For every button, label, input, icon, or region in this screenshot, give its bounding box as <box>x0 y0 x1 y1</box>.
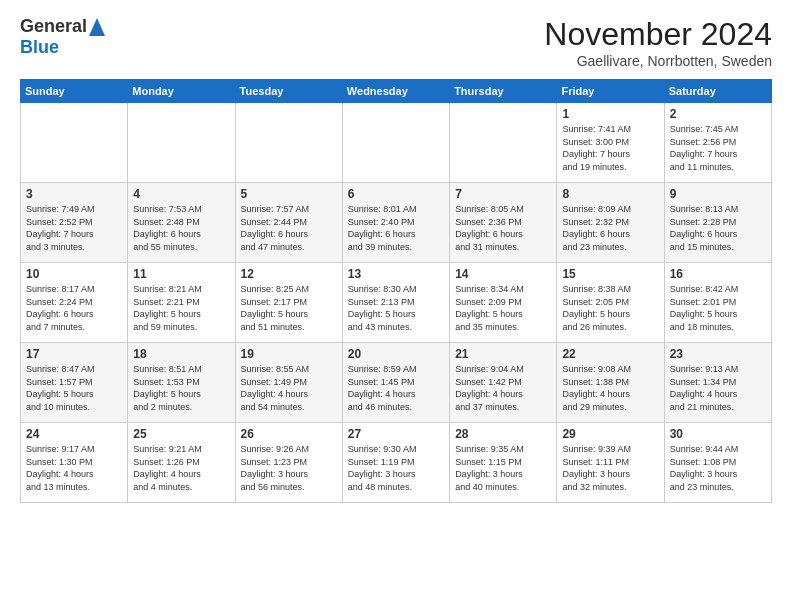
calendar-cell: 13Sunrise: 8:30 AM Sunset: 2:13 PM Dayli… <box>342 263 449 343</box>
day-info: Sunrise: 8:01 AM Sunset: 2:40 PM Dayligh… <box>348 203 444 253</box>
day-number: 25 <box>133 427 229 441</box>
col-header-monday: Monday <box>128 80 235 103</box>
col-header-saturday: Saturday <box>664 80 771 103</box>
calendar-cell: 12Sunrise: 8:25 AM Sunset: 2:17 PM Dayli… <box>235 263 342 343</box>
calendar-cell: 22Sunrise: 9:08 AM Sunset: 1:38 PM Dayli… <box>557 343 664 423</box>
day-info: Sunrise: 8:42 AM Sunset: 2:01 PM Dayligh… <box>670 283 766 333</box>
logo-general-text: General <box>20 16 87 37</box>
day-number: 11 <box>133 267 229 281</box>
day-info: Sunrise: 9:21 AM Sunset: 1:26 PM Dayligh… <box>133 443 229 493</box>
day-info: Sunrise: 8:09 AM Sunset: 2:32 PM Dayligh… <box>562 203 658 253</box>
day-info: Sunrise: 8:05 AM Sunset: 2:36 PM Dayligh… <box>455 203 551 253</box>
calendar-cell: 18Sunrise: 8:51 AM Sunset: 1:53 PM Dayli… <box>128 343 235 423</box>
day-info: Sunrise: 8:34 AM Sunset: 2:09 PM Dayligh… <box>455 283 551 333</box>
calendar-cell: 9Sunrise: 8:13 AM Sunset: 2:28 PM Daylig… <box>664 183 771 263</box>
day-info: Sunrise: 8:30 AM Sunset: 2:13 PM Dayligh… <box>348 283 444 333</box>
calendar-cell: 2Sunrise: 7:45 AM Sunset: 2:56 PM Daylig… <box>664 103 771 183</box>
day-number: 12 <box>241 267 337 281</box>
day-number: 14 <box>455 267 551 281</box>
calendar-week-1: 1Sunrise: 7:41 AM Sunset: 3:00 PM Daylig… <box>21 103 772 183</box>
day-info: Sunrise: 9:26 AM Sunset: 1:23 PM Dayligh… <box>241 443 337 493</box>
calendar-cell: 11Sunrise: 8:21 AM Sunset: 2:21 PM Dayli… <box>128 263 235 343</box>
day-number: 29 <box>562 427 658 441</box>
day-number: 1 <box>562 107 658 121</box>
day-number: 6 <box>348 187 444 201</box>
col-header-wednesday: Wednesday <box>342 80 449 103</box>
day-info: Sunrise: 8:51 AM Sunset: 1:53 PM Dayligh… <box>133 363 229 413</box>
day-number: 10 <box>26 267 122 281</box>
day-number: 22 <box>562 347 658 361</box>
calendar-cell: 6Sunrise: 8:01 AM Sunset: 2:40 PM Daylig… <box>342 183 449 263</box>
day-info: Sunrise: 8:55 AM Sunset: 1:49 PM Dayligh… <box>241 363 337 413</box>
day-info: Sunrise: 8:13 AM Sunset: 2:28 PM Dayligh… <box>670 203 766 253</box>
day-info: Sunrise: 9:17 AM Sunset: 1:30 PM Dayligh… <box>26 443 122 493</box>
day-info: Sunrise: 8:38 AM Sunset: 2:05 PM Dayligh… <box>562 283 658 333</box>
calendar-cell: 24Sunrise: 9:17 AM Sunset: 1:30 PM Dayli… <box>21 423 128 503</box>
day-number: 23 <box>670 347 766 361</box>
location-title: Gaellivare, Norrbotten, Sweden <box>544 53 772 69</box>
calendar-cell: 15Sunrise: 8:38 AM Sunset: 2:05 PM Dayli… <box>557 263 664 343</box>
page: General Blue November 2024 Gaellivare, N… <box>0 0 792 519</box>
day-number: 19 <box>241 347 337 361</box>
calendar-week-4: 17Sunrise: 8:47 AM Sunset: 1:57 PM Dayli… <box>21 343 772 423</box>
calendar-cell: 17Sunrise: 8:47 AM Sunset: 1:57 PM Dayli… <box>21 343 128 423</box>
day-number: 17 <box>26 347 122 361</box>
day-number: 26 <box>241 427 337 441</box>
day-info: Sunrise: 8:59 AM Sunset: 1:45 PM Dayligh… <box>348 363 444 413</box>
day-info: Sunrise: 7:45 AM Sunset: 2:56 PM Dayligh… <box>670 123 766 173</box>
day-info: Sunrise: 9:30 AM Sunset: 1:19 PM Dayligh… <box>348 443 444 493</box>
day-info: Sunrise: 9:04 AM Sunset: 1:42 PM Dayligh… <box>455 363 551 413</box>
day-number: 5 <box>241 187 337 201</box>
day-info: Sunrise: 9:39 AM Sunset: 1:11 PM Dayligh… <box>562 443 658 493</box>
calendar-cell <box>235 103 342 183</box>
calendar-cell: 29Sunrise: 9:39 AM Sunset: 1:11 PM Dayli… <box>557 423 664 503</box>
day-number: 28 <box>455 427 551 441</box>
calendar-header-row: SundayMondayTuesdayWednesdayThursdayFrid… <box>21 80 772 103</box>
day-info: Sunrise: 7:41 AM Sunset: 3:00 PM Dayligh… <box>562 123 658 173</box>
day-number: 20 <box>348 347 444 361</box>
calendar-cell: 14Sunrise: 8:34 AM Sunset: 2:09 PM Dayli… <box>450 263 557 343</box>
day-number: 16 <box>670 267 766 281</box>
day-info: Sunrise: 8:47 AM Sunset: 1:57 PM Dayligh… <box>26 363 122 413</box>
day-number: 9 <box>670 187 766 201</box>
calendar-cell: 5Sunrise: 7:57 AM Sunset: 2:44 PM Daylig… <box>235 183 342 263</box>
calendar-cell: 3Sunrise: 7:49 AM Sunset: 2:52 PM Daylig… <box>21 183 128 263</box>
calendar-cell <box>450 103 557 183</box>
day-info: Sunrise: 8:25 AM Sunset: 2:17 PM Dayligh… <box>241 283 337 333</box>
col-header-friday: Friday <box>557 80 664 103</box>
day-info: Sunrise: 7:49 AM Sunset: 2:52 PM Dayligh… <box>26 203 122 253</box>
calendar-cell: 1Sunrise: 7:41 AM Sunset: 3:00 PM Daylig… <box>557 103 664 183</box>
calendar-cell <box>128 103 235 183</box>
calendar-cell: 4Sunrise: 7:53 AM Sunset: 2:48 PM Daylig… <box>128 183 235 263</box>
col-header-sunday: Sunday <box>21 80 128 103</box>
day-number: 4 <box>133 187 229 201</box>
logo-icon <box>89 18 105 36</box>
calendar-cell: 25Sunrise: 9:21 AM Sunset: 1:26 PM Dayli… <box>128 423 235 503</box>
col-header-thursday: Thursday <box>450 80 557 103</box>
logo-blue-text: Blue <box>20 37 59 58</box>
day-number: 8 <box>562 187 658 201</box>
day-info: Sunrise: 8:21 AM Sunset: 2:21 PM Dayligh… <box>133 283 229 333</box>
day-info: Sunrise: 9:44 AM Sunset: 1:08 PM Dayligh… <box>670 443 766 493</box>
calendar-cell: 21Sunrise: 9:04 AM Sunset: 1:42 PM Dayli… <box>450 343 557 423</box>
day-number: 30 <box>670 427 766 441</box>
calendar-cell: 27Sunrise: 9:30 AM Sunset: 1:19 PM Dayli… <box>342 423 449 503</box>
calendar-cell: 30Sunrise: 9:44 AM Sunset: 1:08 PM Dayli… <box>664 423 771 503</box>
month-title: November 2024 <box>544 16 772 53</box>
day-number: 24 <box>26 427 122 441</box>
calendar-cell: 28Sunrise: 9:35 AM Sunset: 1:15 PM Dayli… <box>450 423 557 503</box>
calendar-cell: 8Sunrise: 8:09 AM Sunset: 2:32 PM Daylig… <box>557 183 664 263</box>
day-info: Sunrise: 8:17 AM Sunset: 2:24 PM Dayligh… <box>26 283 122 333</box>
day-info: Sunrise: 9:35 AM Sunset: 1:15 PM Dayligh… <box>455 443 551 493</box>
day-number: 15 <box>562 267 658 281</box>
calendar-cell: 26Sunrise: 9:26 AM Sunset: 1:23 PM Dayli… <box>235 423 342 503</box>
day-number: 21 <box>455 347 551 361</box>
calendar-week-5: 24Sunrise: 9:17 AM Sunset: 1:30 PM Dayli… <box>21 423 772 503</box>
day-info: Sunrise: 7:57 AM Sunset: 2:44 PM Dayligh… <box>241 203 337 253</box>
day-number: 3 <box>26 187 122 201</box>
calendar-week-2: 3Sunrise: 7:49 AM Sunset: 2:52 PM Daylig… <box>21 183 772 263</box>
day-number: 2 <box>670 107 766 121</box>
calendar-cell: 19Sunrise: 8:55 AM Sunset: 1:49 PM Dayli… <box>235 343 342 423</box>
calendar-cell <box>342 103 449 183</box>
day-info: Sunrise: 9:13 AM Sunset: 1:34 PM Dayligh… <box>670 363 766 413</box>
